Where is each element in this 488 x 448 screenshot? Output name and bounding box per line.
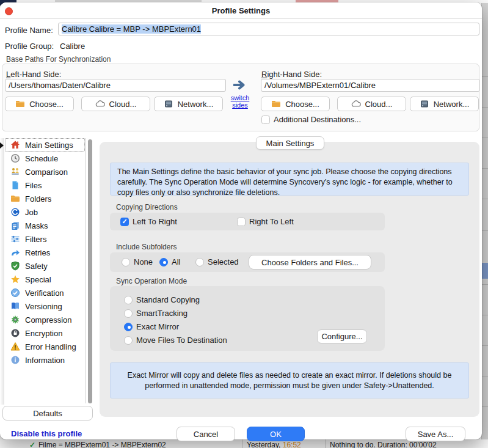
sidebar-item-retries[interactable]: Retries xyxy=(5,246,85,259)
window-title: Profile Settings xyxy=(0,6,482,15)
sidebar-item-filters[interactable]: Filters xyxy=(5,232,85,246)
background-highlighted-row xyxy=(482,263,488,279)
move-files-radio-row[interactable]: Move Files To Destination xyxy=(124,336,227,345)
panel-header-badge: Main Settings xyxy=(256,136,324,150)
exact-mirror-radio[interactable] xyxy=(124,323,133,331)
network-drive-icon xyxy=(420,99,429,109)
sidebar-scrollbar-thumb[interactable] xyxy=(88,139,92,403)
standard-copying-radio[interactable] xyxy=(124,296,133,304)
switch-sides-link[interactable]: switch sides xyxy=(226,94,254,109)
house-icon xyxy=(10,140,20,150)
subfolders-selected-radio[interactable] xyxy=(195,258,204,266)
smarttracking-radio[interactable] xyxy=(124,309,133,318)
right-choose-button[interactable]: Choose... xyxy=(261,97,330,111)
profile-name-input[interactable]: Calibre Calibre = MBP -> MBPExtern01 xyxy=(58,23,479,35)
disable-profile-link[interactable]: Disable this profile xyxy=(11,429,82,438)
left-cloud-button[interactable]: Cloud... xyxy=(81,97,150,111)
left-side-label: Left-Hand Side: xyxy=(6,70,61,79)
cancel-button[interactable]: Cancel xyxy=(177,427,235,441)
left-path-input[interactable]: /Users/thomas/Daten/Calibre xyxy=(5,79,226,92)
clock-icon xyxy=(10,153,20,163)
check-circle-icon xyxy=(10,288,20,298)
direction-arrow-icon xyxy=(233,80,247,92)
smarttracking-radio-row[interactable]: SmartTracking xyxy=(124,309,188,318)
profile-name-label: Profile Name: xyxy=(5,26,53,35)
sidebar-item-error-handling[interactable]: Error Handling xyxy=(5,340,85,353)
right-to-left-checkbox[interactable] xyxy=(237,218,246,226)
sidebar-item-compression[interactable]: Compression xyxy=(5,313,85,326)
choose-folders-files-button[interactable]: Choose Folders and Files... xyxy=(249,255,371,270)
success-check-icon: ✓ xyxy=(29,441,35,448)
sidebar-item-main-settings[interactable]: Main Settings xyxy=(5,138,85,152)
exact-mirror-note-box: Exact Mirror will copy and delete files … xyxy=(110,362,469,398)
save-as-button[interactable]: Save As... xyxy=(406,427,465,441)
defaults-button[interactable]: Defaults xyxy=(2,406,93,420)
additional-destinations-label: Additional Destinations... xyxy=(274,115,361,124)
ok-button[interactable]: OK xyxy=(247,427,305,441)
additional-destinations-checkbox-row[interactable]: Additional Destinations... xyxy=(261,115,361,124)
sliders-icon xyxy=(10,234,20,244)
subfolders-selected-radio-row[interactable]: Selected xyxy=(195,257,239,266)
job-circle-icon xyxy=(10,207,20,217)
subfolders-none-radio[interactable] xyxy=(122,258,130,266)
sidebar-item-encryption[interactable]: Encryption xyxy=(5,326,85,340)
folder-icon xyxy=(271,99,281,109)
clamp-icon xyxy=(10,315,20,325)
exact-mirror-radio-row[interactable]: Exact Mirror xyxy=(124,322,179,331)
sidebar-item-information[interactable]: Information xyxy=(5,353,85,367)
cloud-icon xyxy=(351,99,361,109)
star-icon xyxy=(10,274,20,284)
left-to-right-checkbox-row[interactable]: Left To Right xyxy=(120,217,177,226)
additional-destinations-checkbox[interactable] xyxy=(261,116,270,124)
sidebar-item-safety[interactable]: Safety xyxy=(5,259,85,273)
subfolders-all-radio[interactable] xyxy=(159,258,168,266)
right-network-button[interactable]: Network... xyxy=(410,97,479,111)
left-choose-button[interactable]: Choose... xyxy=(5,97,74,111)
profile-settings-dialog: Profile Settings Profile Name: Calibre C… xyxy=(0,2,482,439)
sidebar-item-comparison[interactable]: Comparison xyxy=(5,165,85,178)
configure-button[interactable]: Configure... xyxy=(317,329,367,343)
title-bar: Profile Settings xyxy=(0,2,482,19)
shield-icon xyxy=(10,261,20,271)
left-to-right-checkbox[interactable] xyxy=(120,218,129,226)
redo-arrow-icon xyxy=(10,248,20,257)
settings-category-list: Main Settings Schedule Comparison Files … xyxy=(5,138,86,403)
right-path-input[interactable]: /Volumes/MBPExtern01/Calibre xyxy=(261,79,480,92)
people-icon xyxy=(10,167,20,177)
background-text-fragment xyxy=(55,0,202,2)
include-subfolders-label: Include Subfolders xyxy=(116,243,177,251)
background-last-run-time: Yesterday, 16:52 xyxy=(247,441,301,448)
folder-icon xyxy=(15,99,25,109)
sidebar-item-job[interactable]: Job xyxy=(5,205,85,219)
folder-icon xyxy=(10,194,20,204)
background-window-right-strip xyxy=(481,3,488,439)
info-circle-icon xyxy=(10,355,20,365)
sidebar-item-masks[interactable]: Masks xyxy=(5,219,85,232)
profile-group-label: Profile Group: xyxy=(5,42,54,51)
standard-copying-radio-row[interactable]: Standard Copying xyxy=(124,295,200,304)
move-files-radio[interactable] xyxy=(124,336,133,345)
pages-icon xyxy=(10,301,20,311)
main-settings-info-box: The Main Settings define the basic behav… xyxy=(110,163,469,196)
right-to-left-checkbox-row[interactable]: Right To Left xyxy=(237,217,294,226)
base-paths-section-label: Base Paths For Synchronization xyxy=(6,55,111,64)
warning-triangle-icon xyxy=(10,342,20,351)
lock-circle-icon xyxy=(10,328,20,338)
sidebar-item-folders[interactable]: Folders xyxy=(5,192,85,205)
right-cloud-button[interactable]: Cloud... xyxy=(337,97,406,111)
network-drive-icon xyxy=(164,99,173,109)
sidebar-left-edge xyxy=(0,138,4,405)
sidebar-item-schedule[interactable]: Schedule xyxy=(5,152,85,165)
background-profile-name: Filme = MBPExtern01 -> MBPExtern02 xyxy=(38,441,166,448)
sync-operation-mode-label: Sync Operation Mode xyxy=(116,277,187,285)
left-network-button[interactable]: Network... xyxy=(154,97,223,111)
document-stack-icon xyxy=(10,221,20,230)
copying-directions-label: Copying Directions xyxy=(116,203,178,211)
sidebar-item-versioning[interactable]: Versioning xyxy=(5,299,85,313)
profile-group-value[interactable]: Calibre xyxy=(60,42,85,51)
subfolders-all-radio-row[interactable]: All xyxy=(159,257,180,266)
sidebar-item-verification[interactable]: Verification xyxy=(5,286,85,299)
subfolders-none-radio-row[interactable]: None xyxy=(122,257,153,266)
sidebar-item-files[interactable]: Files xyxy=(5,178,85,192)
sidebar-item-special[interactable]: Special xyxy=(5,273,85,286)
